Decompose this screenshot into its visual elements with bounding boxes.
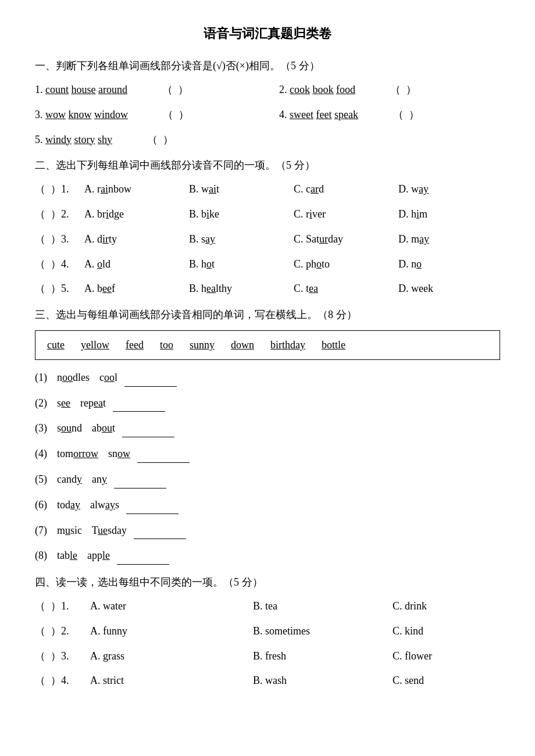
s3-q6-blank[interactable] [126, 497, 179, 514]
s4-q2-b: B. sometimes [253, 623, 393, 640]
s3-q5-row: (5) candy any [35, 471, 500, 488]
s2-q3-row: （ ） 3. A. dirty B. say C. Saturday D. ma… [35, 231, 500, 248]
s1-q2-words: cook book food [290, 81, 355, 98]
s3-q1-blank[interactable] [124, 369, 177, 387]
s3-q1-w2: cool [94, 369, 117, 386]
s3-q6-row: (6) today always [35, 497, 500, 514]
s2-q5-a: A. beef [84, 280, 189, 297]
s2-q5-bracket: （ ） [35, 280, 61, 297]
s2-q1-b: B. wait [189, 181, 294, 198]
s4-q2-num: 2. [61, 623, 90, 640]
s4-q3-bracket: （ ） [35, 648, 61, 665]
s2-q3-bracket: （ ） [35, 231, 61, 248]
wb-cute: cute [47, 337, 65, 354]
s2-q4-bracket: （ ） [35, 256, 61, 273]
s2-q3-num: 3. [61, 231, 84, 248]
s2-q2-num: 2. [61, 206, 84, 223]
s2-q1-num: 1. [61, 181, 84, 198]
s4-q1-a: A. water [90, 598, 253, 615]
wb-too: too [160, 337, 173, 354]
section3-content: (1) noodles cool (2) see repeat (3) soun… [35, 369, 500, 565]
s4-q1-row: （ ） 1. A. water B. tea C. drink [35, 598, 500, 615]
s4-q1-c: C. drink [393, 598, 462, 615]
s3-q8-row: (8) table apple [35, 547, 500, 565]
s2-q4-c: C. photo [294, 256, 398, 273]
section3-title: 三、选出与每组单词画线部分读音相同的单词，写在横线上。（8 分） [35, 306, 500, 323]
s3-q3-row: (3) sound about [35, 420, 500, 437]
section1-content: 1. count house around （ ） 2. cook book f… [35, 81, 500, 148]
s4-q4-c: C. send [393, 672, 462, 689]
s4-q4-row: （ ） 4. A. strict B. wash C. send [35, 672, 500, 689]
s1-q3-bracket: （ ） [163, 106, 189, 123]
s2-q1-row: （ ） 1. A. rainbow B. wait C. card D. way [35, 181, 500, 198]
s2-q4-num: 4. [61, 256, 84, 273]
s4-q4-a: A. strict [90, 672, 253, 689]
s2-q1-d: D. way [398, 181, 468, 198]
section1-title: 一、判断下列各组单词画线部分读音是(√)否(×)相同。（5 分） [35, 58, 500, 74]
wb-yellow: yellow [81, 337, 109, 354]
section2-title: 二、选出下列每组单词中画线部分读音不同的一项。（5 分） [35, 157, 500, 174]
s3-q8-w1: table [57, 547, 77, 564]
s3-q3-blank[interactable] [122, 420, 174, 437]
wb-sunny: sunny [190, 337, 215, 354]
s2-q5-c: C. tea [294, 280, 398, 297]
s1-q3-words: wow know window [45, 106, 128, 123]
s3-q5-num: (5) [35, 471, 52, 488]
section4-title: 四、读一读，选出每组中不同类的一项。（5 分） [35, 574, 500, 591]
s3-q7-num: (7) [35, 522, 52, 539]
s1-q1-bracket: （ ） [162, 81, 188, 98]
s3-q2-w1: see [57, 395, 70, 412]
s1-q5-num: 5. [35, 131, 45, 148]
s3-q7-w2: Tuesday [87, 522, 127, 539]
s2-q4-b: B. hot [189, 256, 294, 273]
s3-q6-num: (6) [35, 497, 52, 513]
s3-q4-blank[interactable] [137, 445, 190, 463]
s3-q8-blank[interactable] [117, 547, 169, 565]
s4-q3-a: A. grass [90, 648, 253, 665]
s2-q4-row: （ ） 4. A. old B. hot C. photo D. no [35, 256, 500, 273]
s3-q1-w1: noodles [57, 369, 90, 386]
section2-content: （ ） 1. A. rainbow B. wait C. card D. way… [35, 181, 500, 297]
s4-q1-num: 1. [61, 598, 90, 615]
s4-q2-bracket: （ ） [35, 623, 61, 640]
s3-q4-w2: snow [103, 445, 130, 462]
s3-q5-blank[interactable] [114, 471, 166, 488]
s3-q5-w2: any [87, 471, 107, 488]
s2-q4-a: A. old [84, 256, 189, 273]
s1-q5-bracket: （ ） [147, 131, 173, 148]
s1-q2-bracket: （ ） [390, 81, 416, 98]
wb-down: down [231, 337, 254, 354]
s2-q1-c: C. card [294, 181, 398, 198]
s3-q2-blank[interactable] [113, 395, 165, 412]
s4-q2-row: （ ） 2. A. funny B. sometimes C. kind [35, 623, 500, 640]
s4-q3-c: C. flower [393, 648, 462, 665]
s3-q3-num: (3) [35, 420, 52, 437]
s2-q2-d: D. him [398, 206, 468, 223]
page-title: 语音与词汇真题归类卷 [35, 23, 500, 44]
s3-q1-num: (1) [35, 369, 52, 386]
s4-q3-b: B. fresh [253, 648, 393, 665]
s3-q2-row: (2) see repeat [35, 395, 500, 412]
section4-content: （ ） 1. A. water B. tea C. drink （ ） 2. A… [35, 598, 500, 689]
s2-q2-c: C. river [294, 206, 398, 223]
s1-q4-num: 4. [279, 106, 290, 123]
s1-q4-bracket: （ ） [393, 106, 419, 123]
s3-q6-w1: today [57, 497, 80, 513]
s2-q2-b: B. bike [189, 206, 294, 223]
s3-q4-num: (4) [35, 445, 52, 462]
section3-word-box: cute yellow feed too sunny down birthday… [35, 330, 500, 360]
wb-feed: feed [126, 337, 144, 354]
s4-q4-num: 4. [61, 672, 90, 689]
s3-q8-w2: apple [82, 547, 110, 564]
wb-bottle: bottle [322, 337, 345, 354]
s3-q2-w2: repeat [75, 395, 106, 412]
s4-q2-c: C. kind [393, 623, 462, 640]
s4-q2-a: A. funny [90, 623, 253, 640]
s3-q6-w2: always [85, 497, 119, 513]
s3-q7-blank[interactable] [134, 522, 186, 540]
s2-q3-a: A. dirty [84, 231, 189, 248]
s2-q2-row: （ ） 2. A. bridge B. bike C. river D. him [35, 206, 500, 223]
s4-q3-row: （ ） 3. A. grass B. fresh C. flower [35, 648, 500, 665]
s2-q5-num: 5. [61, 280, 84, 297]
s4-q4-bracket: （ ） [35, 672, 61, 689]
